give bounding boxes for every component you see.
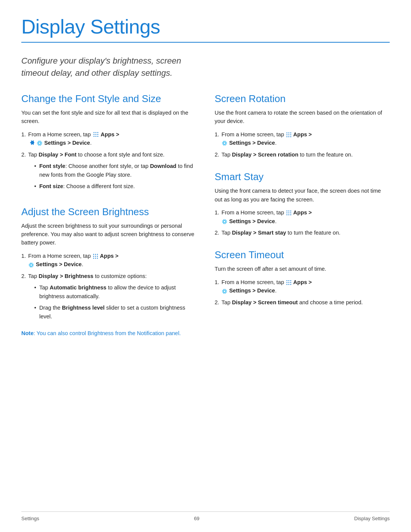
svg-point-80 — [286, 282, 287, 283]
svg-rect-52 — [222, 143, 223, 144]
svg-rect-70 — [224, 223, 225, 224]
font-bullet-list: Font style: Choose another font style, o… — [34, 162, 196, 190]
svg-point-30 — [30, 264, 32, 266]
brightness-bullet-1: Tap Automatic brightness to allow the de… — [34, 283, 196, 300]
svg-point-2 — [97, 132, 98, 133]
timeout-step-1-content: From a Home screen, tap Apps > — [221, 278, 390, 295]
svg-point-24 — [95, 256, 96, 257]
svg-point-39 — [286, 133, 287, 134]
svg-point-22 — [97, 254, 98, 255]
svg-rect-14 — [37, 143, 38, 144]
rotation-description: Use the front camera to rotate the scree… — [215, 109, 390, 126]
svg-rect-71 — [222, 221, 223, 222]
svg-point-84 — [288, 284, 289, 285]
svg-rect-72 — [226, 221, 227, 222]
svg-point-60 — [290, 211, 291, 212]
svg-rect-15 — [41, 143, 42, 144]
apps-icon-rotation-1 — [286, 132, 292, 137]
font-step-1-content: From a Home screen, tap Apps > — [28, 130, 196, 147]
section-title-font: Change the Font Style and Size — [21, 93, 196, 105]
svg-rect-31 — [31, 262, 31, 264]
settings-device-font-1: Settings > Device — [44, 140, 90, 146]
svg-point-62 — [288, 212, 289, 214]
note-label: Note — [21, 330, 33, 336]
rotation-step-2: Tap Display > Screen rotation to turn th… — [215, 150, 390, 159]
smart-stay-step-2: Tap Display > Smart stay to turn the fea… — [215, 228, 390, 237]
apps-icon-brightness-1 — [93, 254, 98, 259]
svg-point-58 — [286, 211, 287, 212]
svg-point-63 — [290, 212, 291, 214]
svg-point-6 — [93, 136, 94, 137]
apps-icon-timeout-1 — [286, 280, 292, 285]
section-screen-timeout: Screen Timeout Turn the screen off after… — [215, 249, 390, 307]
svg-point-68 — [224, 221, 225, 222]
brightness-description: Adjust the screen brightness to suit you… — [21, 222, 196, 247]
title-divider — [21, 42, 390, 43]
apps-label-font-1: Apps > — [101, 131, 119, 137]
svg-point-41 — [290, 133, 291, 134]
svg-point-45 — [286, 136, 287, 137]
brightness-step-2: Tap Display > Brightness to customize op… — [21, 272, 196, 324]
svg-point-49 — [224, 142, 225, 144]
section-adjust-brightness: Adjust the Screen Brightness Adjust the … — [21, 206, 196, 338]
smart-stay-steps-list: From a Home screen, tap Apps > — [215, 208, 390, 237]
timeout-step-2-content: Tap Display > Screen timeout and choose … — [221, 298, 390, 307]
svg-point-7 — [95, 136, 96, 137]
intro-text: Configure your display's brightness, scr… — [21, 55, 181, 79]
gear-icon-settings-font-1 — [37, 140, 44, 146]
svg-point-8 — [97, 136, 98, 137]
footer-left: Settings — [21, 516, 39, 521]
rotation-step-2-content: Tap Display > Screen rotation to turn th… — [221, 150, 390, 159]
svg-point-43 — [288, 134, 289, 136]
svg-point-81 — [288, 282, 289, 283]
apps-icon-font-1 — [93, 131, 99, 137]
svg-point-42 — [286, 134, 287, 136]
svg-point-77 — [286, 280, 287, 281]
svg-point-3 — [93, 134, 94, 135]
svg-rect-53 — [226, 143, 227, 144]
brightness-step-2-content: Tap Display > Brightness to customize op… — [28, 272, 196, 324]
section-screen-rotation: Screen Rotation Use the front camera to … — [215, 93, 390, 159]
section-title-brightness: Adjust the Screen Brightness — [21, 206, 196, 218]
font-bullet-2: Font size: Choose a different font size. — [34, 182, 196, 190]
left-column: Change the Font Style and Size You can s… — [21, 93, 196, 350]
smart-stay-step-1-content: From a Home screen, tap Apps > — [221, 208, 390, 225]
svg-point-87 — [224, 291, 225, 292]
svg-point-47 — [290, 136, 291, 137]
font-step-2-bold: Display > Font — [39, 152, 77, 158]
footer-right: Display Settings — [354, 516, 390, 521]
svg-point-4 — [95, 134, 96, 135]
svg-rect-33 — [29, 265, 30, 265]
gear-icon-font-1 — [29, 140, 35, 146]
svg-point-40 — [288, 133, 289, 134]
timeout-step-2: Tap Display > Screen timeout and choose … — [215, 298, 390, 307]
section-title-rotation: Screen Rotation — [215, 93, 390, 105]
section-smart-stay: Smart Stay Using the front camera to det… — [215, 171, 390, 237]
font-step-1: From a Home screen, tap Apps > — [21, 130, 196, 147]
svg-rect-34 — [33, 265, 34, 265]
rotation-step-1: From a Home screen, tap Apps > — [215, 130, 390, 147]
font-step-2-content: Tap Display > Font to choose a font styl… — [28, 150, 196, 194]
gear-icon-brightness-1 — [29, 262, 34, 268]
svg-point-78 — [288, 280, 289, 281]
svg-rect-69 — [224, 219, 225, 220]
footer-page-number: 69 — [39, 516, 354, 521]
font-description: You can set the font style and size for … — [21, 109, 196, 126]
right-column: Screen Rotation Use the front camera to … — [215, 93, 390, 350]
svg-point-25 — [97, 256, 98, 257]
svg-point-65 — [288, 214, 289, 216]
brightness-step-1: From a Home screen, tap Apps > — [21, 252, 196, 269]
svg-point-46 — [288, 136, 289, 137]
svg-rect-89 — [224, 293, 225, 294]
svg-point-11 — [39, 142, 40, 144]
svg-point-79 — [290, 280, 291, 281]
timeout-step-1: From a Home screen, tap Apps > — [215, 278, 390, 295]
svg-point-5 — [97, 134, 98, 135]
rotation-step-1-content: From a Home screen, tap Apps > — [221, 130, 390, 147]
timeout-steps-list: From a Home screen, tap Apps > — [215, 278, 390, 307]
svg-point-20 — [93, 254, 94, 255]
gear-icon-smartstay-1 — [222, 219, 227, 224]
svg-point-1 — [95, 132, 96, 133]
font-steps-list: From a Home screen, tap Apps > — [21, 130, 196, 194]
svg-point-44 — [290, 134, 291, 136]
